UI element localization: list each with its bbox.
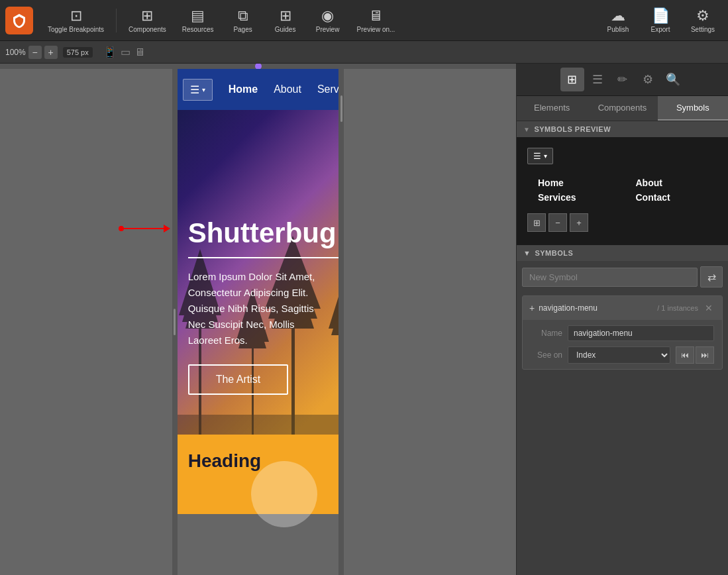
symbol-prev-btn[interactable]: ⏮ xyxy=(676,346,694,364)
symbol-item: + navigation-menu / 1 instances ✕ Name S… xyxy=(522,295,723,370)
panel-tab-gear-icon[interactable]: ⚙ xyxy=(636,68,660,91)
phone-icon[interactable]: 📱 xyxy=(103,46,117,58)
panel-tab-layout-icon[interactable]: ⊞ xyxy=(560,68,584,91)
canvas-wrapper: ☰ ▾ Home About Services Contact xyxy=(172,69,344,575)
export-icon: 📄 xyxy=(652,7,670,25)
main-layout: ☰ ▾ Home About Services Contact xyxy=(0,64,728,575)
preview-on-btn[interactable]: 🖥 Preview on... xyxy=(350,7,402,33)
panel-icon-tabs: ⊞ ☰ ✏ ⚙ 🔍 xyxy=(517,64,728,96)
publish-btn[interactable]: ☁ Publish xyxy=(598,7,638,33)
tab-elements[interactable]: Elements xyxy=(517,96,587,121)
bottom-heading: Heading xyxy=(188,450,329,472)
hero-section: Shutterbug Lorem Ipsum Dolor Sit Amet, C… xyxy=(172,110,344,435)
components-btn[interactable]: ⊞ Components xyxy=(122,7,173,33)
new-symbol-input[interactable] xyxy=(522,268,698,287)
app-logo[interactable] xyxy=(5,7,33,34)
panel-tab-list-icon[interactable]: ☰ xyxy=(586,68,609,91)
zoom-out-btn[interactable]: − xyxy=(28,46,42,59)
bottom-section: Heading xyxy=(172,435,344,514)
preview-nav-about: About xyxy=(636,178,718,188)
zoom-in-btn[interactable]: + xyxy=(44,46,58,59)
canvas-right-handle[interactable] xyxy=(338,69,344,575)
site-nav: ☰ ▾ Home About Services Contact xyxy=(172,69,344,110)
preview-plus-btn[interactable]: + xyxy=(570,213,588,232)
sub-tabs: Elements Components Symbols xyxy=(517,96,728,121)
symbols-section-label: ▼ SYMBOLS xyxy=(517,245,728,261)
preview-hamburger-icon: ☰ xyxy=(533,151,541,161)
arrow-indicator xyxy=(119,225,170,233)
bottom-circle-decoration xyxy=(251,461,317,527)
hamburger-arrow: ▾ xyxy=(202,86,205,93)
preview-grid-btn[interactable]: ⊞ xyxy=(527,213,546,232)
preview-btn[interactable]: ◉ Preview xyxy=(308,7,348,33)
symbol-next-btn[interactable]: ⏭ xyxy=(696,346,714,364)
symbols-arrow: ▼ xyxy=(523,249,531,257)
preview-nav: ☰ ▾ xyxy=(527,148,717,164)
symbol-name-field-row: Name xyxy=(531,325,714,341)
symbol-name-label: navigation-menu xyxy=(539,303,653,313)
preview-nav-links: Home About Services Contact xyxy=(527,172,717,203)
svg-rect-27 xyxy=(172,415,344,435)
guides-btn[interactable]: ⊞ Guides xyxy=(266,7,305,33)
components-icon: ⊞ xyxy=(141,7,153,25)
breakpoints-icon: ⊡ xyxy=(70,7,82,25)
zoom-controls: 100% − + xyxy=(5,46,58,59)
zoom-level: 100% xyxy=(5,48,26,57)
canvas-width: 575 px xyxy=(63,47,93,58)
symbol-item-header: + navigation-menu / 1 instances ✕ xyxy=(523,296,722,320)
toolbar-sep-1 xyxy=(116,9,117,32)
canvas-area: ☰ ▾ Home About Services Contact xyxy=(0,64,516,575)
symbol-nav-btns: ⏮ ⏭ xyxy=(676,346,714,364)
new-symbol-row: ⇄ xyxy=(517,261,728,293)
preview-icon: ◉ xyxy=(321,7,334,25)
hero-cta-button[interactable]: The Artist xyxy=(188,364,289,395)
preview-controls: ⊞ − + xyxy=(527,211,717,235)
right-panel: ⊞ ☰ ✏ ⚙ 🔍 Elements Components Symbols ▼ … xyxy=(516,64,728,575)
preview-nav-services: Services xyxy=(538,192,620,203)
symbols-preview-section-label: ▼ SYMBOLS PREVIEW xyxy=(517,121,728,137)
preview-hamburger-btn[interactable]: ☰ ▾ xyxy=(527,148,553,164)
symbol-close-btn[interactable]: ✕ xyxy=(702,301,715,315)
resources-icon: ▤ xyxy=(191,7,205,25)
symbol-expand-btn[interactable]: + xyxy=(529,303,535,313)
publish-icon: ☁ xyxy=(611,7,625,25)
symbol-see-on-row: See on Index About Contact ⏮ ⏭ xyxy=(531,346,714,364)
nav-hamburger-btn[interactable]: ☰ ▾ xyxy=(183,79,213,101)
hero-divider xyxy=(188,257,344,258)
resources-btn[interactable]: ▤ Resources xyxy=(176,7,221,33)
canvas-left-handle[interactable] xyxy=(172,69,178,575)
second-bar: 100% − + 575 px 📱 ▭ 🖥 xyxy=(0,41,728,64)
symbols-preview-area: ☰ ▾ Home About Services Contact ⊞ − + xyxy=(517,137,728,245)
tablet-icon[interactable]: ▭ xyxy=(121,46,130,58)
desktop-icon[interactable]: 🖥 xyxy=(134,46,145,58)
pages-icon: ⧉ xyxy=(238,7,248,25)
pages-btn[interactable]: ⧉ Pages xyxy=(223,7,263,33)
symbols-preview-arrow: ▼ xyxy=(523,126,530,133)
symbol-item-body: Name See on Index About Contact ⏮ ⏭ xyxy=(523,320,722,369)
symbol-name-field-input[interactable] xyxy=(568,325,714,341)
symbol-name-field-label: Name xyxy=(531,329,562,338)
preview-nav-home: Home xyxy=(538,178,620,188)
link-symbol-btn[interactable]: ⇄ xyxy=(700,266,723,288)
preview-nav-contact: Contact xyxy=(636,192,718,203)
nav-about-link[interactable]: About xyxy=(274,83,301,95)
hero-title: Shutterbug xyxy=(188,217,329,249)
link-icon: ⇄ xyxy=(707,271,716,284)
preview-hamburger-arrow: ▾ xyxy=(544,152,547,160)
guides-icon: ⊞ xyxy=(280,7,291,25)
hero-content: Shutterbug Lorem Ipsum Dolor Sit Amet, C… xyxy=(188,217,329,395)
symbol-instances-label: / 1 instances xyxy=(657,304,698,312)
panel-tab-search-icon[interactable]: 🔍 xyxy=(661,68,685,91)
top-toolbar: ⊡ Toggle Breakpoints ⊞ Components ▤ Reso… xyxy=(0,0,728,41)
panel-tab-edit-icon[interactable]: ✏ xyxy=(611,68,635,91)
settings-btn[interactable]: ⚙ Settings xyxy=(683,7,723,33)
hero-body-text: Lorem Ipsum Dolor Sit Amet, Consectetur … xyxy=(188,269,329,348)
device-icons: 📱 ▭ 🖥 xyxy=(103,46,145,58)
toggle-breakpoints-btn[interactable]: ⊡ Toggle Breakpoints xyxy=(41,7,111,33)
tab-components[interactable]: Components xyxy=(587,96,657,121)
nav-home-link[interactable]: Home xyxy=(229,83,258,95)
export-btn[interactable]: 📄 Export xyxy=(641,7,680,33)
tab-symbols[interactable]: Symbols xyxy=(658,96,728,121)
preview-minus-btn[interactable]: − xyxy=(548,213,567,232)
symbol-see-on-select[interactable]: Index About Contact xyxy=(568,346,670,364)
